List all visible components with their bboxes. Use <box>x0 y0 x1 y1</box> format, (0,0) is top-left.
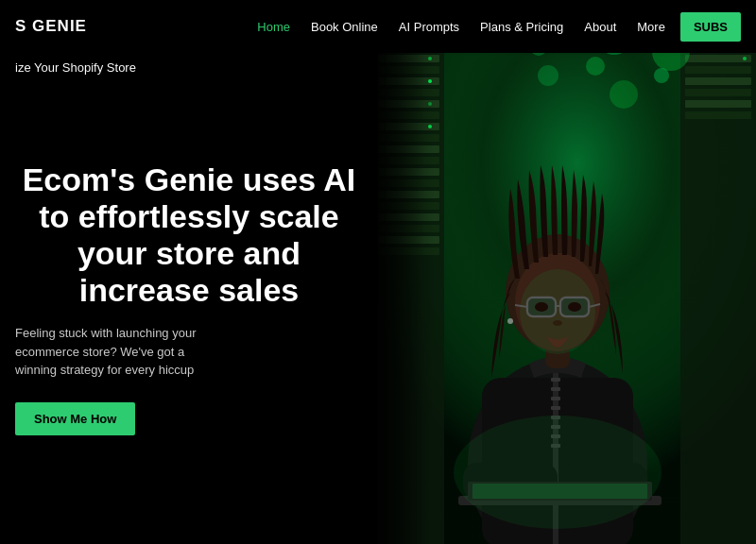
hero-headline: Ecom's Genie uses AI to effortlessly sca… <box>15 162 363 309</box>
svg-point-48 <box>586 57 605 76</box>
left-panel: Ecom's Genie uses AI to effortlessly sca… <box>0 53 378 544</box>
svg-point-49 <box>654 68 669 83</box>
hero-subtext: Feeling stuck with launching your ecomme… <box>15 324 223 380</box>
nav-link-book[interactable]: Book Online <box>303 16 386 38</box>
nav-item-more[interactable]: More <box>629 18 673 35</box>
navbar: S GENIE Home Book Online AI Prompts Plan… <box>0 0 756 53</box>
cta-button[interactable]: Show Me How <box>15 402 135 435</box>
nav-links: Home Book Online AI Prompts Plans & Pric… <box>249 18 673 35</box>
nav-link-prompts[interactable]: AI Prompts <box>391 16 467 38</box>
hero-image-container <box>359 0 756 544</box>
nav-item-prompts[interactable]: AI Prompts <box>391 18 467 35</box>
svg-point-81 <box>507 318 513 324</box>
svg-point-50 <box>610 80 638 109</box>
svg-rect-62 <box>551 406 560 410</box>
nav-item-pricing[interactable]: Plans & Pricing <box>472 18 571 35</box>
nav-link-more[interactable]: More <box>629 16 673 38</box>
svg-rect-38 <box>685 77 751 85</box>
nav-link-pricing[interactable]: Plans & Pricing <box>472 16 571 38</box>
nav-item-about[interactable]: About <box>576 18 624 35</box>
svg-point-80 <box>553 320 562 326</box>
svg-point-44 <box>743 57 747 60</box>
main-content: Ecom's Genie uses AI to effortlessly sca… <box>0 0 756 544</box>
nav-link-home[interactable]: Home <box>249 16 298 38</box>
subscribe-button[interactable]: SUBS <box>680 12 741 42</box>
svg-point-87 <box>454 416 662 529</box>
hero-image-panel <box>359 0 756 544</box>
svg-rect-37 <box>685 66 751 74</box>
svg-point-54 <box>538 65 558 86</box>
svg-rect-61 <box>551 397 560 400</box>
nav-item-home[interactable]: Home <box>249 18 298 35</box>
nav-item-book[interactable]: Book Online <box>303 18 386 35</box>
svg-rect-41 <box>685 111 751 119</box>
svg-point-78 <box>535 302 548 312</box>
site-logo: S GENIE <box>15 17 87 36</box>
svg-rect-59 <box>551 378 560 382</box>
nav-link-about[interactable]: About <box>576 16 624 38</box>
svg-rect-40 <box>685 100 751 108</box>
svg-point-79 <box>568 302 581 312</box>
subtitle-strip: ize Your Shopify Store <box>0 53 378 81</box>
svg-rect-60 <box>551 387 560 391</box>
subtitle-text: ize Your Shopify Store <box>15 60 136 75</box>
svg-rect-39 <box>685 89 751 96</box>
